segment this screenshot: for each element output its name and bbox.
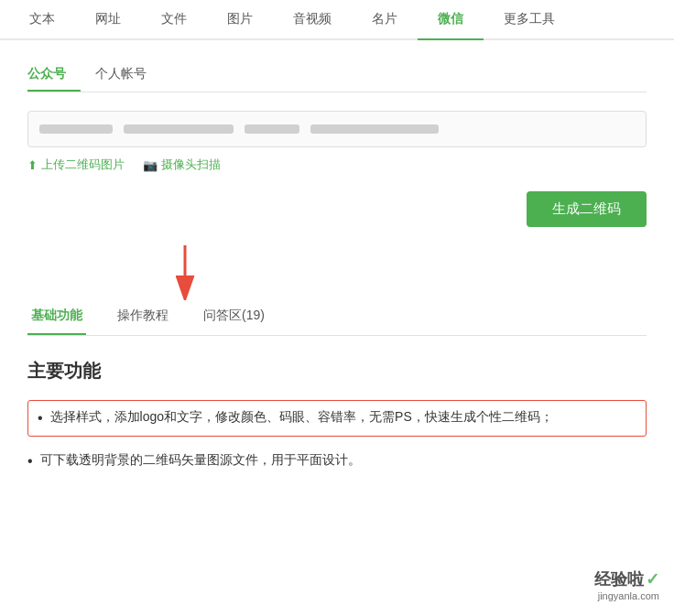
camera-icon	[143, 158, 158, 172]
camera-label: 摄像头扫描	[161, 157, 221, 173]
nav-item-image[interactable]: 图片	[207, 0, 273, 38]
placeholder-block-1	[39, 124, 113, 134]
red-arrow-icon	[163, 245, 207, 303]
arrow-annotation	[27, 254, 647, 300]
nav-item-wechat[interactable]: 微信	[418, 0, 484, 38]
camera-scan-link[interactable]: 摄像头扫描	[143, 157, 221, 173]
nav-item-card[interactable]: 名片	[352, 0, 418, 38]
placeholder-block-4	[310, 124, 439, 134]
section-tab-basic[interactable]: 基础功能	[27, 300, 86, 335]
section-tabs: 基础功能 操作教程 问答区(19)	[27, 300, 647, 336]
bullet-2: •	[27, 449, 33, 473]
nav-item-file[interactable]: 文件	[141, 0, 207, 38]
placeholder-block-3	[245, 124, 299, 134]
watermark-url: jingyanla.com	[598, 590, 659, 601]
action-links: 上传二维码图片 摄像头扫描	[27, 157, 647, 173]
placeholder-block-2	[124, 124, 234, 134]
upload-qr-link[interactable]: 上传二维码图片	[27, 157, 125, 173]
upload-icon	[27, 158, 38, 172]
section-tab-qa[interactable]: 问答区(19)	[200, 300, 268, 335]
feature-text-2: 可下载透明背景的二维码矢量图源文件，用于平面设计。	[40, 449, 361, 470]
nav-item-text[interactable]: 文本	[9, 0, 75, 38]
nav-item-more[interactable]: 更多工具	[484, 0, 575, 38]
sub-tabs: 公众号 个人帐号	[27, 59, 647, 92]
feature-heading: 主要功能	[27, 359, 647, 384]
bullet-1: •	[38, 406, 43, 430]
main-content: 公众号 个人帐号 上传二维码图片 摄像头扫描 生成二维码	[0, 40, 674, 491]
feature-item-1: • 选择样式，添加logo和文字，修改颜色、码眼、容错率，无需PS，快速生成个性…	[27, 400, 647, 437]
generate-qr-button[interactable]: 生成二维码	[527, 191, 647, 227]
wechat-input-area[interactable]	[27, 111, 647, 147]
section-tab-tutorial[interactable]: 操作教程	[114, 300, 172, 335]
feature-list: • 选择样式，添加logo和文字，修改颜色、码眼、容错率，无需PS，快速生成个性…	[27, 400, 647, 472]
nav-item-url[interactable]: 网址	[75, 0, 141, 38]
sub-tab-personal[interactable]: 个人帐号	[81, 59, 161, 92]
top-nav: 文本 网址 文件 图片 音视频 名片 微信 更多工具	[0, 0, 674, 40]
generate-button-container: 生成二维码	[27, 191, 647, 227]
feature-text-1: 选择样式，添加logo和文字，修改颜色、码眼、容错率，无需PS，快速生成个性二维…	[50, 406, 553, 427]
feature-item-2: • 可下载透明背景的二维码矢量图源文件，用于平面设计。	[27, 449, 647, 473]
watermark: 经验啦 ✓ jingyanla.com	[594, 568, 659, 601]
nav-item-video[interactable]: 音视频	[273, 0, 352, 38]
watermark-check-icon: ✓	[646, 569, 659, 589]
input-placeholder-blocks	[39, 124, 635, 134]
watermark-text: 经验啦	[594, 568, 644, 590]
sub-tab-public[interactable]: 公众号	[27, 59, 81, 92]
upload-label: 上传二维码图片	[41, 157, 125, 173]
